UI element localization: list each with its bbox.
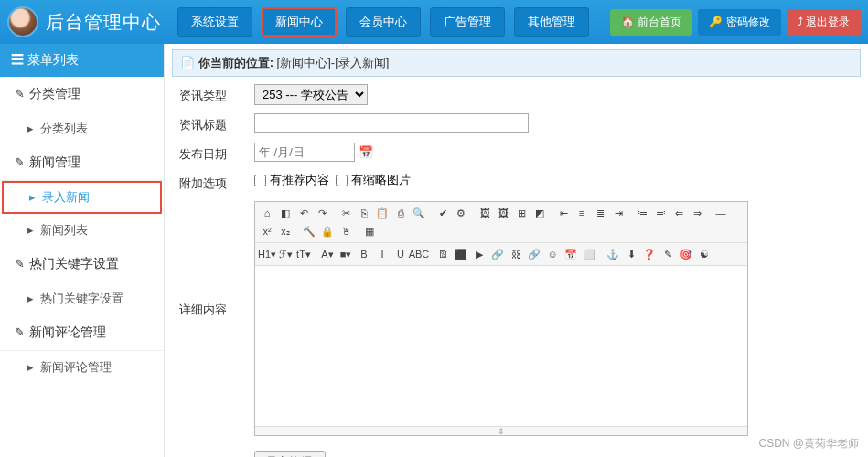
title-label: 资讯标题 <box>172 113 254 137</box>
editor-toolbar-2: H1▾ℱ▾tT▾A▾■▾BIUABC🖻⬛▶🔗⛓🔗☺📅⬜⚓⬇❓✎🎯☯ <box>255 243 747 266</box>
editor-tool-icon[interactable]: ▶ <box>471 246 488 262</box>
editor-tool-icon[interactable]: B <box>356 246 372 262</box>
submit-button[interactable]: 录入资讯 <box>254 451 326 457</box>
thumbnail-checkbox[interactable] <box>336 175 348 186</box>
thumbnail-text: 有缩略图片 <box>351 173 411 186</box>
caret-icon: ▸ <box>24 360 37 374</box>
date-input[interactable] <box>254 143 355 162</box>
editor-tool-icon[interactable]: I <box>374 246 391 262</box>
editor-tool-icon[interactable]: ☯ <box>696 246 713 262</box>
sidebar: ☰ 菜单列表 ✎分类管理▸分类列表✎新闻管理▸录入新闻▸新闻列表✎热门关键字设置… <box>0 44 165 457</box>
editor-tool-icon[interactable]: ≣ <box>592 205 608 221</box>
type-select[interactable]: 253 --- 学校公告 <box>254 84 368 105</box>
editor-tool-icon[interactable]: ⬛ <box>453 246 469 262</box>
editor-tool-icon[interactable]: 🔗 <box>489 246 506 262</box>
sidebar-item[interactable]: ▸热门关键字设置 <box>0 282 164 315</box>
editor-tool-icon[interactable]: 🖼 <box>495 205 511 221</box>
editor-tool-icon[interactable]: ⇐ <box>670 205 687 221</box>
editor-tool-icon[interactable]: ℱ▾ <box>277 246 294 262</box>
editor-tool-icon[interactable]: ⎙ <box>392 205 409 221</box>
editor-tool-icon[interactable]: ⚙ <box>453 205 469 221</box>
editor-tool-icon[interactable]: ⬜ <box>581 246 597 262</box>
nav-advert[interactable]: 广告管理 <box>430 7 505 37</box>
nav-news[interactable]: 新闻中心 <box>262 7 337 37</box>
sidebar-header: ☰ 菜单列表 <box>0 44 164 77</box>
sidebar-section[interactable]: ✎分类管理 <box>0 77 164 112</box>
editor-tool-icon[interactable]: ≔ <box>634 205 650 221</box>
logout-button[interactable]: ⤴ 退出登录 <box>787 9 861 36</box>
editor-tool-icon[interactable]: A▾ <box>319 246 336 262</box>
crumb-rest: [新闻中心]-[录入新闻] <box>273 56 389 69</box>
editor-tool-icon[interactable]: ⇥ <box>610 205 627 221</box>
editor-tool-icon[interactable]: ▦ <box>361 223 378 239</box>
editor-toolbar-1: ⌂◧↶↷✂⎘📋⎙🔍✔⚙🖼🖼⊞◩⇤≡≣⇥≔≕⇐⇒—x²x₂🔨🔒🖱▦ <box>255 202 747 243</box>
title-input[interactable] <box>254 113 529 133</box>
recommend-checkbox[interactable] <box>254 175 266 186</box>
avatar <box>7 6 38 37</box>
editor-tool-icon[interactable]: ⎘ <box>356 205 372 221</box>
editor-tool-icon[interactable]: ✔ <box>434 205 451 221</box>
editor-tool-icon[interactable]: ❓ <box>641 246 658 262</box>
editor-tool-icon[interactable]: H1▾ <box>259 246 275 262</box>
editor-tool-icon[interactable]: ✎ <box>659 246 676 262</box>
sidebar-section[interactable]: ✎新闻管理 <box>0 145 164 181</box>
editor-tool-icon[interactable]: ◧ <box>277 205 294 221</box>
editor-tool-icon[interactable]: ⬇ <box>623 246 639 262</box>
editor-tool-icon[interactable]: ≡ <box>573 205 590 221</box>
editor-tool-icon[interactable]: ⊞ <box>513 205 530 221</box>
top-header: 后台管理中心 系统设置 新闻中心 会员中心 广告管理 其他管理 🏠 前台首页 🔑… <box>0 0 868 44</box>
sidebar-item[interactable]: ▸分类列表 <box>0 112 164 145</box>
sidebar-section[interactable]: ✎热门关键字设置 <box>0 247 164 282</box>
nav-member[interactable]: 会员中心 <box>346 7 421 37</box>
editor-tool-icon[interactable]: 🔍 <box>411 205 427 221</box>
editor-tool-icon[interactable]: 📅 <box>563 246 579 262</box>
editor-tool-icon[interactable]: ≕ <box>652 205 669 221</box>
editor-tool-icon[interactable]: — <box>713 205 729 221</box>
editor-tool-icon[interactable]: tT▾ <box>295 246 312 262</box>
editor-tool-icon[interactable]: x² <box>259 223 275 239</box>
page-icon: 📄 <box>180 56 198 69</box>
nav-system[interactable]: 系统设置 <box>177 7 252 37</box>
sidebar-item[interactable]: ▸录入新闻 <box>2 181 162 214</box>
password-button[interactable]: 🔑 密码修改 <box>698 9 780 36</box>
editor-tool-icon[interactable]: ⛓ <box>508 246 524 262</box>
rich-editor: ⌂◧↶↷✂⎘📋⎙🔍✔⚙🖼🖼⊞◩⇤≡≣⇥≔≕⇐⇒—x²x₂🔨🔒🖱▦ H1▾ℱ▾tT… <box>254 201 748 436</box>
editor-tool-icon[interactable]: 🎯 <box>678 246 694 262</box>
editor-tool-icon[interactable]: ↶ <box>295 205 312 221</box>
editor-tool-icon[interactable]: 🖼 <box>477 205 493 221</box>
editor-tool-icon[interactable]: ⚓ <box>605 246 621 262</box>
sidebar-item[interactable]: ▸新闻列表 <box>0 214 164 247</box>
caret-icon: ▸ <box>24 223 37 237</box>
edit-icon: ✎ <box>13 155 26 169</box>
editor-tool-icon[interactable]: ⌂ <box>259 205 275 221</box>
edit-icon: ✎ <box>13 87 26 101</box>
editor-tool-icon[interactable]: ■▾ <box>338 246 354 262</box>
editor-tool-icon[interactable]: ABC <box>411 246 427 262</box>
editor-tool-icon[interactable]: ⇒ <box>689 205 705 221</box>
editor-tool-icon[interactable]: ✂ <box>338 205 354 221</box>
edit-icon: ✎ <box>13 325 26 339</box>
editor-tool-icon[interactable]: 🔒 <box>319 223 336 239</box>
crumb-bold: 你当前的位置: <box>198 56 273 69</box>
editor-resize-handle[interactable]: ⇕ <box>255 426 747 435</box>
sidebar-item[interactable]: ▸新闻评论管理 <box>0 351 164 384</box>
editor-tool-icon[interactable]: 📋 <box>374 205 391 221</box>
editor-tool-icon[interactable]: 🔗 <box>526 246 542 262</box>
editor-tool-icon[interactable]: 🖻 <box>434 246 451 262</box>
editor-tool-icon[interactable]: ◩ <box>531 205 548 221</box>
type-label: 资讯类型 <box>172 84 254 108</box>
nav-other[interactable]: 其他管理 <box>514 7 589 37</box>
date-label: 发布日期 <box>172 143 254 166</box>
editor-tool-icon[interactable]: 🔨 <box>301 223 317 239</box>
editor-tool-icon[interactable]: ⇤ <box>555 205 572 221</box>
editor-tool-icon[interactable]: x₂ <box>277 223 294 239</box>
sidebar-section[interactable]: ✎新闻评论管理 <box>0 315 164 351</box>
home-button[interactable]: 🏠 前台首页 <box>610 9 692 36</box>
editor-tool-icon[interactable]: ☺ <box>544 246 561 262</box>
editor-tool-icon[interactable]: 🖱 <box>338 223 354 239</box>
editor-body[interactable] <box>255 266 747 426</box>
editor-tool-icon[interactable]: U <box>392 246 409 262</box>
editor-tool-icon[interactable]: ↷ <box>314 205 330 221</box>
caret-icon: ▸ <box>24 292 37 305</box>
caret-icon: ▸ <box>26 190 38 204</box>
